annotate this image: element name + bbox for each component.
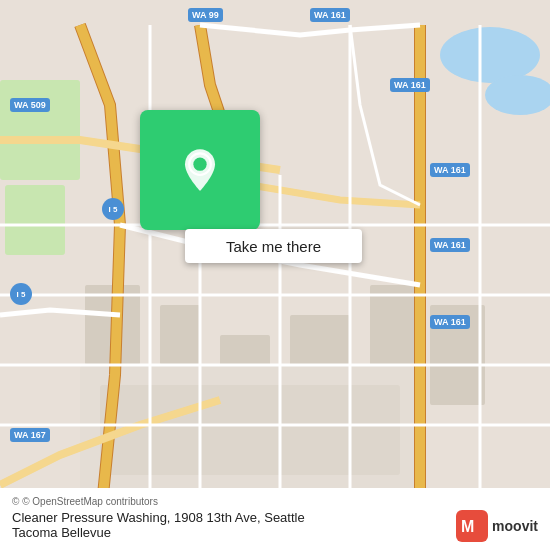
moovit-logo: M moovit bbox=[456, 510, 538, 542]
svg-point-1 bbox=[440, 27, 540, 83]
svg-text:M: M bbox=[461, 518, 474, 535]
moovit-icon: M bbox=[456, 510, 488, 542]
highway-badge-i5a: I 5 bbox=[102, 198, 124, 220]
map-container: WA 99 WA 161 WA 161 WA 161 WA 161 WA 161… bbox=[0, 0, 550, 550]
map-attribution: © © OpenStreetMap contributors bbox=[12, 496, 538, 507]
highway-badge-wa161a: WA 161 bbox=[310, 8, 350, 22]
highway-badge-wa161c: WA 161 bbox=[430, 163, 470, 177]
highway-badge-wa167: WA 167 bbox=[10, 428, 50, 442]
moovit-label: moovit bbox=[492, 518, 538, 534]
highway-badge-i5b: I 5 bbox=[10, 283, 32, 305]
svg-rect-4 bbox=[5, 185, 65, 255]
svg-rect-3 bbox=[0, 80, 80, 180]
highway-badge-wa161e: WA 161 bbox=[430, 315, 470, 329]
bottom-bar: © © OpenStreetMap contributors Cleaner P… bbox=[0, 488, 550, 550]
svg-rect-6 bbox=[160, 305, 200, 365]
take-me-there-button[interactable]: Take me there bbox=[185, 229, 362, 263]
svg-rect-12 bbox=[100, 385, 400, 475]
highway-badge-wa161b: WA 161 bbox=[390, 78, 430, 92]
svg-point-22 bbox=[193, 158, 206, 171]
highway-badge-wa509: WA 509 bbox=[10, 98, 50, 112]
svg-rect-9 bbox=[370, 285, 415, 375]
map-pin-card bbox=[140, 110, 260, 230]
highway-badge-wa99: WA 99 bbox=[188, 8, 223, 22]
highway-badge-wa161d: WA 161 bbox=[430, 238, 470, 252]
